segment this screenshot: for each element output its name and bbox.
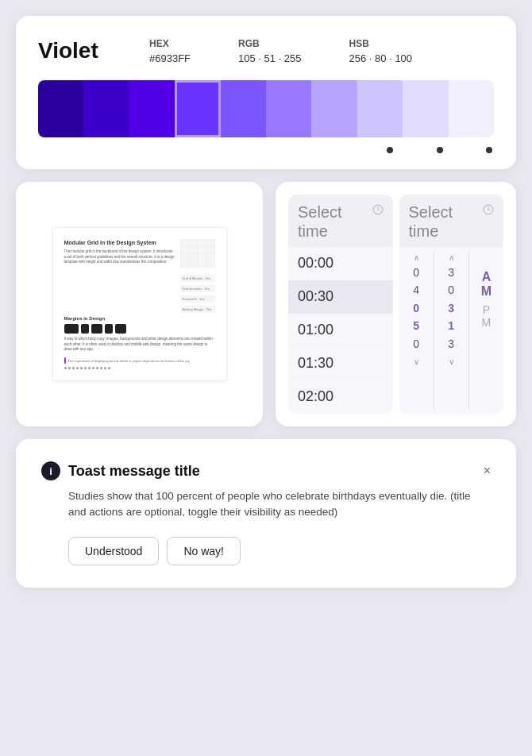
scroll-divider-2 [468, 252, 469, 409]
scroll-picker-body: ∧ 04 05 0 ∨ ∧ 30 31 3 ∨ AM [399, 247, 504, 414]
time-picker-list-col: Select time 00:00 00:30 01:00 01:30 02:0… [288, 195, 393, 414]
sidebar-doc-item: Horizontal - Yes [180, 295, 215, 303]
clock-icon-2 [483, 204, 494, 218]
min-32: 3 [438, 335, 465, 353]
time-item-0130[interactable]: 01:30 [288, 347, 393, 380]
time-picker-list-header: Select time [288, 195, 393, 247]
toast-title-row: i Toast message title [41, 461, 200, 480]
doc-dot [104, 367, 106, 369]
doc-dot [76, 367, 79, 369]
hsb-meta: HSB 256 · 80 · 100 [349, 38, 413, 64]
palette-swatch-2[interactable] [129, 80, 175, 137]
hex-label: HEX [149, 38, 191, 49]
doc-dots [64, 367, 215, 369]
document-card: Modular Grid in the Design System This m… [16, 182, 263, 426]
color-name: Violet [38, 38, 118, 64]
time-item-0000[interactable]: 00:00 [288, 247, 393, 280]
ampm-am[interactable]: AM [478, 268, 495, 301]
palette-swatch-3[interactable] [175, 80, 220, 137]
time-picker-card: Select time 00:00 00:30 01:00 01:30 02:0… [276, 182, 516, 426]
rgb-label: RGB [238, 38, 302, 49]
palette-dot-9 [486, 147, 492, 153]
ampm-pm[interactable]: PM [479, 301, 495, 331]
toast-card: i Toast message title × Studies show tha… [16, 439, 516, 588]
palette-dot-7 [387, 147, 393, 153]
doc-dot [96, 367, 98, 369]
palette-dot-3 [188, 147, 195, 153]
doc-text1: This modular grid is the backbone of the… [64, 249, 175, 265]
minutes-down-arrow[interactable]: ∨ [438, 356, 465, 368]
palette-dot-1 [89, 147, 95, 153]
toast-close-button[interactable]: × [484, 465, 491, 477]
hours-up-arrow[interactable]: ∧ [403, 252, 430, 264]
sidebar-doc-item: Grid & Module - Yes [180, 275, 215, 282]
bottom-row: Modular Grid in the Design System This m… [16, 182, 516, 426]
doc-block [115, 324, 126, 334]
scroll-hours-col[interactable]: ∧ 04 05 0 ∨ [403, 252, 430, 409]
doc-blocks [64, 324, 215, 334]
grid-diagram [180, 239, 215, 268]
scroll-minutes-col[interactable]: ∧ 30 31 3 ∨ [438, 252, 465, 409]
doc-text2: A way in which body copy, images, backgr… [64, 337, 215, 353]
palette-dot-8 [437, 147, 443, 153]
doc-sidebar: Grid & Module - Yes Grid structure - Yes… [180, 275, 215, 313]
clock-icon [372, 204, 384, 218]
color-palette-card: Violet HEX #6933FF RGB 105 · 51 · 255 HS… [16, 16, 516, 169]
doc-rule: The importance of displaying an this art… [64, 357, 215, 364]
doc-dot [84, 367, 87, 369]
palette-dot-4 [238, 147, 245, 153]
doc-title: Modular Grid in the Design System [64, 239, 175, 246]
doc-footnote: The importance of displaying an this art… [68, 359, 191, 363]
doc-dot [80, 367, 83, 369]
doc-accent [64, 357, 66, 364]
palette-swatch-6[interactable] [311, 80, 357, 137]
palette-dots [38, 147, 494, 153]
toast-title: Toast message title [68, 463, 200, 480]
hour-05: 05 [403, 299, 430, 335]
minutes-up-arrow[interactable]: ∧ [438, 252, 465, 264]
min-31: 31 [438, 299, 465, 335]
doc-section: Margins in Design [64, 316, 215, 321]
palette-swatch-1[interactable] [83, 80, 129, 137]
palette-swatch-0[interactable] [38, 80, 83, 137]
rgb-value: 105 · 51 · 255 [238, 52, 302, 64]
time-item-0030[interactable]: 00:30 [288, 280, 393, 314]
hours-down-arrow[interactable]: ∨ [403, 356, 430, 368]
time-item-0200[interactable]: 02:00 [288, 380, 393, 414]
palette-swatch-9[interactable] [449, 80, 494, 137]
toast-actions: Understood No way! [68, 537, 491, 565]
palette-dot-2 [139, 147, 145, 153]
toast-info-icon: i [41, 461, 60, 480]
doc-block [64, 324, 79, 334]
palette-swatch-5[interactable] [266, 80, 311, 137]
toast-body: Studies show that 100 percent of people … [68, 488, 491, 521]
color-meta: HEX #6933FF RGB 105 · 51 · 255 HSB 256 ·… [149, 38, 412, 64]
doc-dot [64, 367, 67, 369]
palette-swatch-7[interactable] [357, 80, 403, 137]
doc-block [105, 324, 113, 334]
palette-dot-5 [287, 147, 294, 153]
doc-dot [72, 367, 75, 369]
palette-swatch-4[interactable] [221, 80, 266, 137]
hsb-label: HSB [349, 38, 413, 49]
time-picker-scroll-header: Select time [399, 195, 504, 247]
doc-block [91, 324, 102, 334]
doc-dot [88, 367, 91, 369]
time-picker-scroll-label: Select time [409, 202, 484, 241]
time-item-0100[interactable]: 01:00 [288, 314, 393, 347]
doc-preview: Modular Grid in the Design System This m… [52, 227, 227, 381]
doc-block [81, 324, 89, 334]
palette-dot-6 [337, 147, 344, 153]
doc-dot [92, 367, 94, 369]
min-30: 30 [438, 264, 465, 299]
sidebar-doc-item: Binding Margin - Yes [180, 306, 215, 313]
sidebar-doc-item: Grid structure - Yes [180, 285, 215, 292]
palette-swatch-8[interactable] [403, 80, 448, 137]
doc-dot [100, 367, 102, 369]
time-list[interactable]: 00:00 00:30 01:00 01:30 02:00 [288, 247, 393, 414]
toast-noway-button[interactable]: No way! [167, 537, 241, 565]
scroll-divider-1 [434, 252, 434, 409]
toast-understood-button[interactable]: Understood [68, 537, 159, 565]
scroll-ampm-col[interactable]: AM PM [472, 252, 500, 409]
hour-06: 0 [403, 335, 430, 353]
